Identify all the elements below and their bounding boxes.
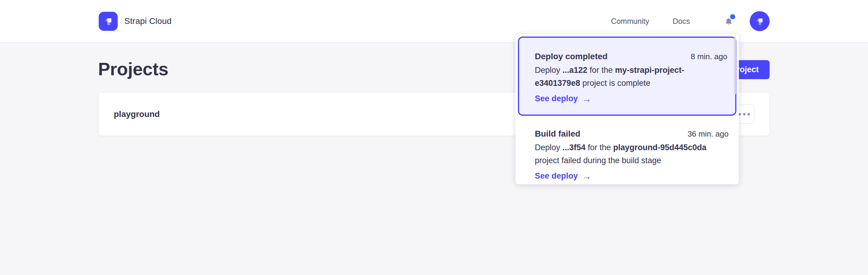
- user-avatar[interactable]: [750, 11, 770, 31]
- strapi-cloud-app: Strapi Cloud Community Docs Project: [0, 0, 868, 275]
- notification-title: Build failed: [535, 128, 580, 140]
- notification-item-deploy-completed[interactable]: Deploy completed 8 min. ago Deploy ...a1…: [518, 36, 736, 116]
- nav-docs-link[interactable]: Docs: [673, 17, 690, 26]
- notification-head: Build failed 36 min. ago: [535, 128, 728, 140]
- notification-time: 8 min. ago: [691, 52, 727, 61]
- notifications-button[interactable]: [722, 14, 735, 28]
- notification-title: Deploy completed: [535, 51, 608, 62]
- dropdown-scrollbar-thumb[interactable]: [734, 37, 736, 94]
- notification-item-build-failed[interactable]: Build failed 36 min. ago Deploy ...3f54 …: [516, 118, 739, 184]
- arrow-right-icon: →: [582, 94, 592, 104]
- nav-community-link[interactable]: Community: [611, 17, 649, 26]
- notification-body: Deploy ...3f54 for the playground-95d445…: [535, 141, 728, 167]
- see-deploy-link[interactable]: See deploy →: [535, 171, 592, 181]
- strapi-logo-icon: [99, 12, 118, 31]
- notification-time: 36 min. ago: [687, 129, 728, 139]
- strapi-avatar-mark-icon: [754, 16, 765, 27]
- see-deploy-link[interactable]: See deploy →: [535, 94, 592, 103]
- ellipsis-icon: [739, 113, 750, 115]
- page-title: Projects: [98, 59, 168, 80]
- notifications-dropdown: Deploy completed 8 min. ago Deploy ...a1…: [516, 34, 739, 184]
- arrow-right-icon: →: [582, 172, 592, 181]
- brand-logo[interactable]: Strapi Cloud: [99, 12, 172, 31]
- notification-unread-dot: [730, 14, 735, 19]
- notification-body: Deploy ...a122 for the my-strapi-project…: [535, 64, 727, 90]
- bell-icon: [725, 18, 733, 27]
- notification-head: Deploy completed 8 min. ago: [535, 51, 727, 62]
- project-name: playground: [114, 109, 160, 119]
- header-nav: Community Docs: [611, 11, 770, 31]
- brand-name: Strapi Cloud: [124, 16, 172, 26]
